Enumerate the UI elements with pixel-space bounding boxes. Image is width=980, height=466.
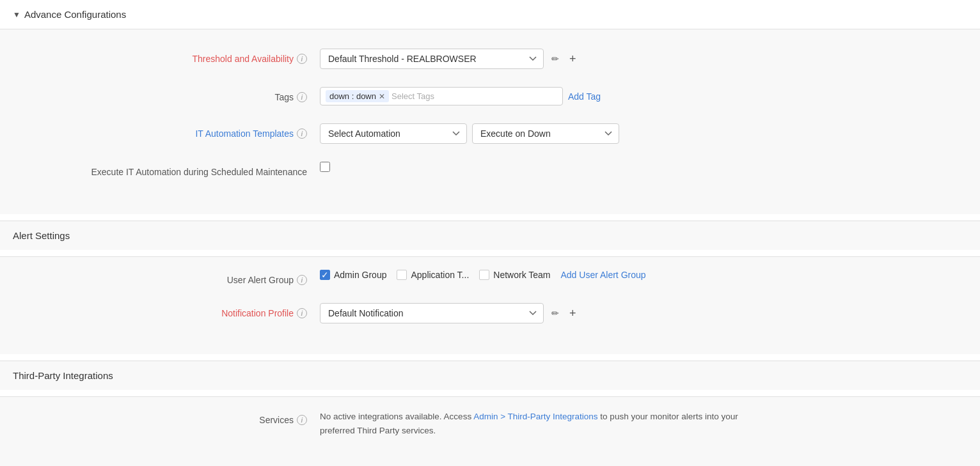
tag-chip-down: down : down ✕ xyxy=(326,90,389,102)
services-text: No active integrations available. Access… xyxy=(320,410,768,437)
services-label: Services i xyxy=(13,410,320,425)
notification-profile-info-icon[interactable]: i xyxy=(297,308,307,318)
tags-control: down : down ✕ Select Tags Add Tag xyxy=(320,87,967,105)
notification-add-button[interactable] xyxy=(567,304,579,323)
third-party-header: Third-Party Integrations xyxy=(0,361,980,390)
page-container: ▼ Advance Configurations Threshold and A… xyxy=(0,0,980,466)
scheduled-maintenance-row: Execute IT Automation during Scheduled M… xyxy=(13,162,967,177)
add-tag-button[interactable]: Add Tag xyxy=(568,91,601,102)
third-party-integrations-link[interactable]: Admin > Third-Party Integrations xyxy=(473,412,597,421)
notification-edit-button[interactable] xyxy=(549,305,562,322)
notification-edit-icon xyxy=(551,307,559,319)
tags-label: Tags i xyxy=(13,87,320,102)
threshold-info-icon[interactable]: i xyxy=(297,54,307,64)
scheduled-maintenance-control xyxy=(320,162,967,172)
main-body: Threshold and Availability i Default Thr… xyxy=(0,29,980,214)
edit-icon xyxy=(551,53,559,65)
advance-configurations-title: ▼ Advance Configurations xyxy=(13,9,126,20)
threshold-control: Default Threshold - REALBROWSER xyxy=(320,49,967,69)
admin-group-checkbox[interactable]: ✓ xyxy=(320,270,330,280)
execute-select[interactable]: Execute on Down xyxy=(472,123,619,144)
tag-remove-icon[interactable]: ✕ xyxy=(379,92,385,101)
tag-chip-text: down : down xyxy=(329,91,376,101)
user-alert-groups: ✓ Admin Group Application T... Network T… xyxy=(320,270,646,280)
chevron-icon: ▼ xyxy=(13,10,20,19)
user-alert-group-label: User Alert Group i xyxy=(13,270,320,285)
it-automation-info-icon[interactable]: i xyxy=(297,128,307,139)
notification-profile-select[interactable]: Default Notification xyxy=(320,303,544,323)
network-group-label: Network Team xyxy=(493,270,550,280)
alert-settings-body: User Alert Group i ✓ Admin Group Applica… xyxy=(0,257,980,354)
threshold-add-button[interactable] xyxy=(567,50,579,68)
user-alert-group-row: User Alert Group i ✓ Admin Group Applica… xyxy=(13,270,967,285)
tags-row: Tags i down : down ✕ Select Tags Add Tag xyxy=(13,87,967,105)
threshold-label: Threshold and Availability i xyxy=(13,49,320,64)
application-group-checkbox[interactable] xyxy=(397,270,407,280)
alert-settings-header: Alert Settings xyxy=(0,221,980,250)
tags-input[interactable]: down : down ✕ Select Tags xyxy=(320,87,563,105)
network-group-checkbox[interactable] xyxy=(479,270,489,280)
tags-placeholder: Select Tags xyxy=(391,91,434,101)
it-automation-control: Select Automation Execute on Down xyxy=(320,123,967,144)
notification-profile-control: Default Notification xyxy=(320,303,967,323)
services-control: No active integrations available. Access… xyxy=(320,410,967,437)
it-automation-row: IT Automation Templates i Select Automat… xyxy=(13,123,967,144)
services-info-icon[interactable]: i xyxy=(297,415,307,425)
scheduled-maintenance-checkbox[interactable] xyxy=(320,162,330,172)
advance-configurations-header[interactable]: ▼ Advance Configurations xyxy=(0,0,980,29)
admin-group-label: Admin Group xyxy=(334,270,386,280)
plus-icon xyxy=(569,52,576,66)
scheduled-maintenance-checkbox-row xyxy=(320,162,330,172)
threshold-edit-button[interactable] xyxy=(549,50,562,67)
services-row: Services i No active integrations availa… xyxy=(13,410,967,437)
user-alert-group-info-icon[interactable]: i xyxy=(297,275,307,285)
scheduled-maintenance-label: Execute IT Automation during Scheduled M… xyxy=(13,162,320,177)
notification-profile-row: Notification Profile i Default Notificat… xyxy=(13,303,967,323)
group-item-application[interactable]: Application T... xyxy=(397,270,469,280)
it-automation-label: IT Automation Templates i xyxy=(13,123,320,139)
group-item-admin[interactable]: ✓ Admin Group xyxy=(320,270,386,280)
group-item-network[interactable]: Network Team xyxy=(479,270,550,280)
application-group-label: Application T... xyxy=(411,270,469,280)
threshold-select[interactable]: Default Threshold - REALBROWSER xyxy=(320,49,544,69)
third-party-body: Services i No active integrations availa… xyxy=(0,397,980,466)
tags-info-icon[interactable]: i xyxy=(297,92,307,102)
automation-select[interactable]: Select Automation xyxy=(320,123,467,144)
user-alert-group-control: ✓ Admin Group Application T... Network T… xyxy=(320,270,967,280)
add-user-alert-group-button[interactable]: Add User Alert Group xyxy=(561,270,646,280)
threshold-row: Threshold and Availability i Default Thr… xyxy=(13,49,967,69)
notification-profile-label: Notification Profile i xyxy=(13,303,320,318)
notification-plus-icon xyxy=(569,307,576,320)
